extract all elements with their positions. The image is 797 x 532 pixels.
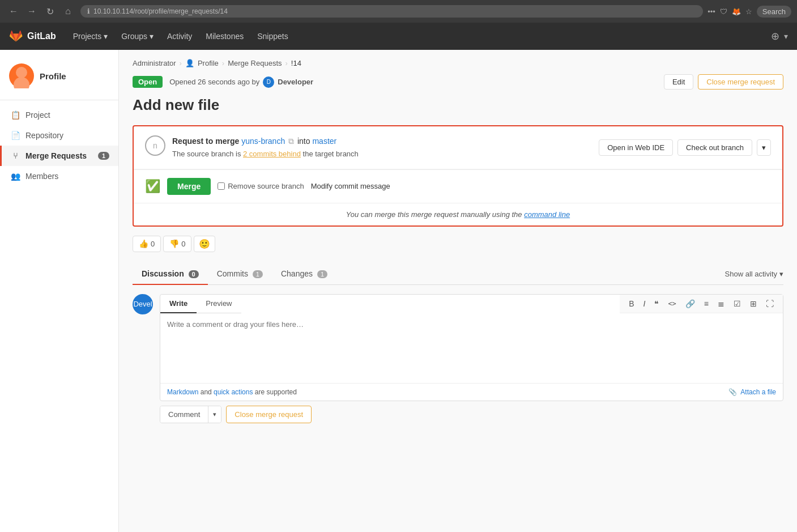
tabs: Discussion 0 Commits 1 Changes 1 <box>133 263 336 284</box>
show-all-activity-button[interactable]: Show all activity ▾ <box>725 270 783 278</box>
open-web-ide-button[interactable]: Open in Web IDE <box>599 139 673 156</box>
sidebar-item-repository-label: Repository <box>25 131 63 140</box>
sidebar-item-project-label: Project <box>25 110 50 120</box>
quote-button[interactable]: ❝ <box>652 298 661 309</box>
comment-button[interactable]: Comment <box>160 406 208 423</box>
comment-preview-tab[interactable]: Preview <box>197 295 241 313</box>
breadcrumb-profile-icon: 👤 <box>185 59 194 67</box>
close-merge-request-button[interactable]: Close merge request <box>698 74 783 90</box>
url-icon: ℹ <box>87 7 90 15</box>
merge-request-panel: n Request to merge yuns-branch ⧉ into ma… <box>133 125 783 227</box>
gitlab-logo-icon <box>9 29 23 43</box>
merge-button[interactable]: Merge <box>167 178 211 195</box>
forward-button[interactable]: → <box>24 3 40 19</box>
close-merge-request-comment-button[interactable]: Close merge request <box>226 406 312 423</box>
browser-right-controls: ••• 🛡 🦊 ☆ Search <box>708 6 791 18</box>
command-line-link[interactable]: command line <box>524 210 570 219</box>
svg-point-1 <box>14 77 29 88</box>
and-text: and <box>201 388 214 396</box>
thumbsup-icon: 👍 <box>139 239 148 248</box>
url-bar[interactable]: ℹ 10.10.10.114/root/profile/merge_reques… <box>80 5 703 18</box>
tab-discussion-label: Discussion <box>142 269 184 278</box>
home-button[interactable]: ⌂ <box>60 3 76 19</box>
show-all-activity-label: Show all activity <box>725 270 777 278</box>
bullet-list-button[interactable]: ≡ <box>702 298 711 309</box>
tab-commits-label: Commits <box>217 269 248 278</box>
thumbsdown-button[interactable]: 👎 0 <box>163 236 191 252</box>
nav-item-milestones[interactable]: Milestones <box>200 23 249 50</box>
merge-requests-badge: 1 <box>98 152 109 160</box>
italic-button[interactable]: I <box>641 298 647 309</box>
gitlab-nav: GitLab Projects ▾ Groups ▾ Activity Mile… <box>0 23 797 50</box>
breadcrumb-merge-requests[interactable]: Merge Requests <box>228 59 282 67</box>
source-branch-link[interactable]: yuns-branch <box>241 137 285 146</box>
menu-dots[interactable]: ••• <box>708 7 715 16</box>
refresh-button[interactable]: ↻ <box>42 3 58 19</box>
nav-item-projects[interactable]: Projects ▾ <box>67 23 113 50</box>
target-branch-link[interactable]: master <box>312 137 336 146</box>
comment-tabs: Write Preview <box>160 295 241 313</box>
commenter-avatar: Devel <box>133 294 153 314</box>
browser-search-box[interactable]: Search <box>757 6 791 18</box>
edit-button[interactable]: Edit <box>664 74 693 90</box>
sidebar-item-members[interactable]: 👥 Members <box>0 166 118 186</box>
behind-suffix: the target branch <box>303 150 359 158</box>
gitlab-logo[interactable]: GitLab <box>9 29 56 43</box>
checkout-branch-button[interactable]: Check out branch <box>677 139 752 156</box>
fullscreen-button[interactable]: ⛶ <box>764 298 776 309</box>
mr-panel-merge: ✅ Merge Remove source branch Modify comm… <box>134 170 782 203</box>
task-list-button[interactable]: ☑ <box>731 298 743 309</box>
developer-name: Developer <box>278 78 313 86</box>
breadcrumb-administrator[interactable]: Administrator <box>133 59 176 67</box>
back-button[interactable]: ← <box>6 3 22 19</box>
sidebar-item-merge-requests[interactable]: ⑂ Merge Requests 1 <box>0 146 118 166</box>
copy-icon[interactable]: ⧉ <box>288 137 294 146</box>
table-button[interactable]: ⊞ <box>748 298 759 309</box>
comment-toolbar: B I ❝ <> 🔗 ≡ ≣ ☑ ⊞ ⛶ <box>620 295 783 313</box>
commenter-initials: Devel <box>133 300 152 308</box>
sidebar-item-project[interactable]: 📋 Project <box>0 105 118 125</box>
add-emoji-button[interactable]: 🙂 <box>194 236 215 252</box>
modify-commit-message-button[interactable]: Modify commit message <box>311 182 390 190</box>
plus-icon[interactable]: ⊕ <box>771 30 779 42</box>
comment-input[interactable] <box>160 313 783 381</box>
markdown-link[interactable]: Markdown <box>167 388 198 396</box>
sidebar-item-repository[interactable]: 📄 Repository <box>0 125 118 146</box>
thumbsup-button[interactable]: 👍 0 <box>133 236 161 252</box>
sidebar-profile: Profile <box>0 56 118 100</box>
link-button[interactable]: 🔗 <box>683 298 697 309</box>
code-button[interactable]: <> <box>666 299 678 309</box>
gitlab-logo-text: GitLab <box>27 31 56 41</box>
remove-source-branch-checkbox[interactable]: Remove source branch <box>218 182 304 190</box>
discussion-badge: 0 <box>189 270 199 278</box>
nav-item-groups[interactable]: Groups ▾ <box>116 23 159 50</box>
commits-behind-link[interactable]: 2 commits behind <box>243 150 301 158</box>
comment-split-button: Comment ▾ <box>160 406 221 423</box>
comment-area: Devel Write Preview B I ❝ <> 🔗 ≡ ≣ <box>133 294 783 401</box>
attach-file-area[interactable]: 📎 Attach a file <box>728 388 776 396</box>
main-content: Administrator › 👤 Profile › Merge Reques… <box>119 50 797 532</box>
commits-badge: 1 <box>253 270 263 278</box>
sidebar-item-merge-requests-label: Merge Requests <box>25 151 87 160</box>
nav-dropdown-icon[interactable]: ▾ <box>784 32 788 41</box>
bold-button[interactable]: B <box>626 298 636 309</box>
quick-actions-link[interactable]: quick actions <box>214 388 253 396</box>
attach-icon: 📎 <box>728 388 737 396</box>
tab-commits[interactable]: Commits 1 <box>208 263 272 285</box>
mr-panel-footer: You can merge this merge request manuall… <box>134 203 782 225</box>
comment-dropdown-button[interactable]: ▾ <box>208 406 221 423</box>
nav-item-snippets[interactable]: Snippets <box>252 23 293 50</box>
gitlab-nav-right: ⊕ ▾ <box>771 30 788 42</box>
checkout-dropdown-button[interactable]: ▾ <box>757 139 771 156</box>
tab-changes[interactable]: Changes 1 <box>272 263 336 285</box>
comment-write-tab[interactable]: Write <box>160 295 197 313</box>
star-icon[interactable]: ☆ <box>745 7 752 16</box>
breadcrumb-profile[interactable]: Profile <box>198 59 219 67</box>
mr-panel-header: n Request to merge yuns-branch ⧉ into ma… <box>134 126 782 169</box>
remove-source-branch-input[interactable] <box>218 182 225 190</box>
gitlab-nav-items: Projects ▾ Groups ▾ Activity Milestones … <box>67 23 760 50</box>
project-icon: 📋 <box>11 110 20 120</box>
tab-discussion[interactable]: Discussion 0 <box>133 263 208 285</box>
nav-item-activity[interactable]: Activity <box>161 23 198 50</box>
numbered-list-button[interactable]: ≣ <box>715 298 727 309</box>
